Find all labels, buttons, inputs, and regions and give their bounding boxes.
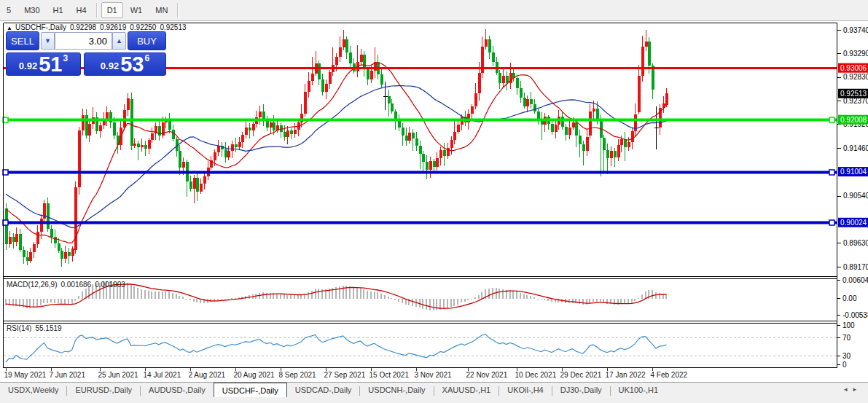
price-tick-label: 0.91460 (843, 144, 868, 152)
svg-text:0.91004: 0.91004 (840, 168, 867, 176)
ohlc-low: 0.92250 (130, 23, 156, 31)
price-badge-0.91004: 0.91004 (838, 167, 868, 176)
tab-eurusd-daily[interactable]: EURUSD-,Daily (67, 383, 140, 396)
hline-handle[interactable] (3, 220, 8, 225)
price-tick-label: 0.89630 (843, 239, 868, 247)
price-badge-0.92513: 0.92513 (838, 89, 868, 98)
date-tick-label: 25 Jun 2021 (98, 371, 138, 379)
tab-usdchf-daily[interactable]: USDCHF-,Daily (214, 383, 287, 397)
timeframe-button-m30[interactable]: M30 (18, 2, 45, 18)
date-tick-label: 7 Jun 2021 (50, 371, 86, 379)
indicator-tick-label: -0.005383 (842, 311, 868, 319)
date-tick-label: 19 May 2021 (4, 371, 47, 379)
timeframe-button-h4[interactable]: H4 (71, 2, 93, 18)
sell-price-display[interactable]: 0.92 51 3 (6, 52, 81, 76)
date-tick-label: 8 Sep 2021 (279, 371, 317, 379)
mt4-terminal-window: { "toolbar": { "items": [ {"label":"5","… (0, 0, 868, 403)
indicator-tick-label: 0 (842, 361, 847, 369)
date-tick-label: 20 Aug 2021 (234, 371, 275, 379)
buy-price-base: 0.92 (101, 60, 119, 71)
tab-dj30-daily[interactable]: DJ30-,Daily (552, 383, 610, 396)
tab-scroll-right-icon[interactable]: ▸ (853, 386, 862, 393)
price-tick-label: 0.93290 (843, 50, 868, 58)
tab-usdx-weekly[interactable]: USDX,Weekly (0, 383, 66, 396)
one-click-trading-panel: SELL ▼ ▲ BUY 0.92 51 3 0.92 53 6 (6, 31, 166, 76)
svg-text:0.92513: 0.92513 (840, 90, 867, 98)
ohlc-open: 0.92298 (70, 23, 96, 31)
timeframe-button-5[interactable]: 5 (1, 2, 17, 18)
volume-input[interactable] (55, 32, 112, 50)
svg-text:0.93006: 0.93006 (840, 64, 867, 72)
date-tick-label: 10 Dec 2021 (515, 371, 557, 379)
hline-handle[interactable] (829, 170, 834, 175)
price-badge-0.93006: 0.93006 (838, 63, 868, 73)
date-tick-label: 3 Nov 2021 (415, 371, 453, 379)
indicator-tick-label: 30 (842, 352, 851, 360)
macd-main-value: 0.001686 (60, 281, 91, 289)
price-tick-label: 0.93740 (843, 26, 868, 34)
hline-handle[interactable] (3, 170, 8, 175)
timeframe-button-h1[interactable]: H1 (47, 2, 69, 18)
timeframe-button-w1[interactable]: W1 (125, 2, 149, 18)
tab-uk100-h1[interactable]: UK100-,H1 (611, 383, 666, 396)
price-badge-0.90024: 0.90024 (838, 218, 868, 227)
rsi-name: RSI(14) (7, 324, 31, 332)
date-tick-label: 4 Feb 2022 (651, 371, 688, 379)
macd-label: MACD(12,26,9)0.0016860.001903 (7, 281, 129, 289)
indicator-tick-label: 0.00 (842, 294, 857, 302)
buy-button[interactable]: BUY (128, 31, 166, 50)
price-tick-label: 0.89170 (843, 263, 868, 271)
timeframe-toolbar: 5M30H1H4D1W1MN (0, 0, 868, 21)
tab-ukoil-h4[interactable]: UKOil-,H4 (499, 383, 552, 396)
toolbar-separator (177, 3, 179, 17)
timeframe-button-d1[interactable]: D1 (101, 2, 123, 18)
buy-price-pip: 6 (144, 53, 149, 63)
tab-usdcnh-daily[interactable]: USDCNH-,Daily (360, 383, 433, 396)
buy-price-display[interactable]: 0.92 53 6 (84, 52, 166, 76)
volume-decrease-button[interactable]: ▼ (41, 32, 55, 50)
hline-handle[interactable] (829, 117, 834, 122)
chart-symbol-label: USDCHF-,Daily (15, 23, 66, 31)
svg-text:0.92008: 0.92008 (840, 116, 867, 124)
date-tick-label: 14 Jul 2021 (144, 371, 181, 379)
indicator-tick-label: 70 (842, 334, 851, 342)
date-tick-label: 22 Nov 2021 (466, 371, 508, 379)
indicator-tick-label: 100 (842, 321, 855, 329)
price-badge-0.92008: 0.92008 (838, 115, 868, 125)
svg-text:0.90024: 0.90024 (840, 219, 867, 227)
sell-price-pip: 3 (63, 53, 68, 63)
date-tick-label: 15 Oct 2021 (370, 371, 410, 379)
chart-title: ▲USDCHF-,Daily0.922980.926190.922500.925… (7, 23, 190, 31)
buy-price-big: 53 (120, 55, 144, 74)
sell-price-base: 0.92 (19, 60, 37, 71)
chart-tab-bar: USDX,WeeklyEURUSD-,DailyAUDUSD-,DailyUSD… (0, 382, 868, 403)
date-axis[interactable]: 19 May 20217 Jun 202125 Jun 202114 Jul 2… (4, 368, 688, 379)
price-axis[interactable]: 0.937400.932900.928300.923700.919200.914… (837, 26, 868, 369)
tab-usdcad-daily[interactable]: USDCAD-,Daily (287, 383, 360, 396)
date-tick-label: 2 Aug 2021 (189, 371, 226, 379)
tab-xauusd-h1[interactable]: XAUUSD-,H1 (434, 383, 499, 396)
sell-price-big: 51 (39, 55, 62, 74)
toolbar-separator (96, 3, 98, 17)
hline-handle[interactable] (829, 220, 834, 225)
tab-audusd-daily[interactable]: AUDUSD-,Daily (141, 383, 214, 396)
indicator-tick-label: 0.006045 (842, 276, 868, 284)
date-tick-label: 17 Jan 2022 (606, 371, 646, 379)
rsi-value: 55.1519 (35, 324, 61, 332)
date-tick-label: 29 Dec 2021 (560, 371, 602, 379)
ohlc-high: 0.92619 (100, 23, 126, 31)
tab-scroll-arrows: ◂▸ (844, 386, 862, 393)
timeframe-button-mn[interactable]: MN (149, 2, 173, 18)
rsi-label: RSI(14)55.1519 (7, 324, 66, 332)
ohlc-close: 0.92513 (160, 23, 186, 31)
volume-increase-button[interactable]: ▲ (112, 32, 126, 50)
price-tick-label: 0.90540 (843, 192, 868, 200)
macd-signal-value: 0.001903 (95, 281, 125, 289)
sell-button[interactable]: SELL (6, 31, 39, 50)
tab-scroll-left-icon[interactable]: ◂ (844, 386, 853, 393)
hline-handle[interactable] (3, 117, 8, 122)
macd-name: MACD(12,26,9) (7, 281, 57, 289)
date-tick-label: 27 Sep 2021 (324, 371, 366, 379)
price-tick-label: 0.92830 (843, 73, 868, 81)
collapse-panel-icon[interactable]: ▲ (7, 25, 12, 31)
